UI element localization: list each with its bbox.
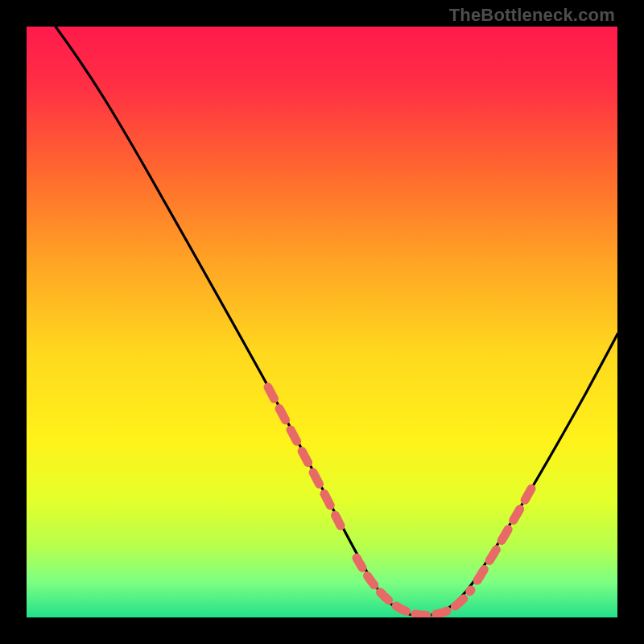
plot-area: [27, 27, 617, 617]
bottleneck-curve: [27, 27, 617, 617]
chart-frame: TheBottleneck.com: [0, 0, 644, 644]
watermark-text: TheBottleneck.com: [449, 5, 615, 26]
